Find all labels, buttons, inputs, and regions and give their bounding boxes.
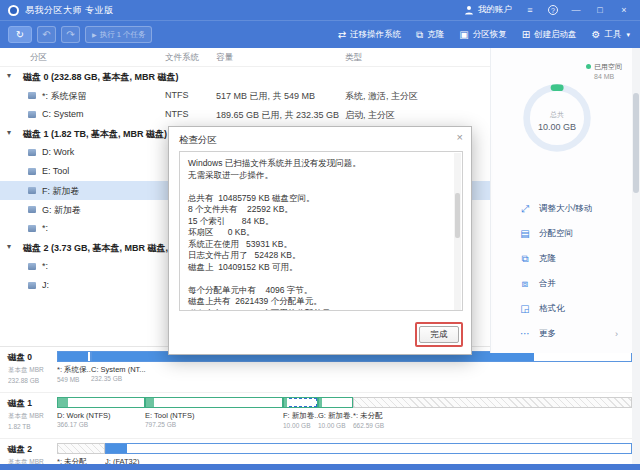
dialog-text-line xyxy=(188,181,448,193)
segment-bar xyxy=(283,397,318,408)
dialog-text-line: 总共有 10485759 KB 磁盘空间。 xyxy=(188,193,448,205)
dialog-text-line: 系统正在使用 53931 KB。 xyxy=(188,239,448,251)
segment-bar xyxy=(57,397,145,408)
segment-label: E: Tool (NTFS) xyxy=(145,411,283,420)
partition-segment[interactable]: *: 系统保...549 MB xyxy=(57,351,91,383)
merge-icon: ⧈ xyxy=(519,278,531,290)
disk-size: 1.82 TB xyxy=(8,423,56,430)
tree-disk-row[interactable]: ▾磁盘 0 (232.88 GB, 基本盘, MBR 磁盘) xyxy=(0,67,490,86)
dialog-text-line: Windows 已扫描文件系统并且没有发现问题。 xyxy=(188,158,448,170)
chevron-expand-icon[interactable]: ▾ xyxy=(7,353,11,362)
segment-used-fill xyxy=(284,398,287,407)
sidebar-action-克隆[interactable]: ⧉克隆 xyxy=(491,246,632,271)
partition-segment[interactable]: D: Work (NTFS)366.17 GB xyxy=(57,397,145,429)
toolbar-item-分区恢复[interactable]: ▣分区恢复 xyxy=(459,29,506,41)
close-button[interactable]: × xyxy=(618,5,630,15)
toolbar-item-label: 创建启动盘 xyxy=(534,29,577,41)
partition-segment[interactable]: F: 新加卷...10.00 GB xyxy=(283,397,318,429)
sidebar-action-格式化[interactable]: ◲格式化 xyxy=(491,296,632,321)
segment-size: 662.59 GB xyxy=(353,422,632,429)
segment-bar xyxy=(318,397,353,408)
dialog-scrollbar[interactable] xyxy=(454,153,461,311)
partition-icon xyxy=(28,263,36,270)
done-button[interactable]: 完成 xyxy=(419,326,459,343)
disk-info: ▾磁盘 0基本盘 MBR232.88 GB xyxy=(8,352,56,384)
chevron-expand-icon[interactable]: ▾ xyxy=(7,71,11,80)
check-result-box: Windows 已扫描文件系统并且没有发现问题。无需采取进一步操作。总共有 10… xyxy=(179,151,463,311)
dialog-text-line: 磁盘上 10409152 KB 可用。 xyxy=(188,262,448,274)
clone-icon: ⧉ xyxy=(519,253,531,265)
partition-segment[interactable]: C: System (NT...232.35 GB xyxy=(91,351,632,383)
dialog-title: 检查分区 xyxy=(179,134,217,147)
sidebar-action-合并[interactable]: ⧈合并 xyxy=(491,271,632,296)
row-label: F: 新加卷 xyxy=(42,185,80,198)
migrate-os-icon: ⇄ xyxy=(338,29,346,40)
undo-button[interactable]: ↶ xyxy=(37,26,56,43)
row-capacity: 189.65 GB 已用, 共 232.35 GB xyxy=(216,109,339,122)
chevron-expand-icon[interactable]: ▾ xyxy=(7,399,11,408)
segment-label: G: 新加卷... xyxy=(318,411,353,421)
row-label: *: xyxy=(42,223,48,233)
toolbar-item-迁移操作系统[interactable]: ⇄迁移操作系统 xyxy=(338,29,401,41)
vertical-scrollbar[interactable] xyxy=(632,48,640,464)
disk-info: ▾磁盘 1基本盘 MBR1.82 TB xyxy=(8,398,56,430)
dialog-text-line: 磁盘上有 2602288 个可用的分配单元。 xyxy=(188,308,448,312)
maximize-button[interactable]: □ xyxy=(594,5,606,15)
minimize-button[interactable]: — xyxy=(570,5,582,15)
partition-icon xyxy=(28,225,36,232)
usage-total: 总共 10.00 GB xyxy=(519,110,595,132)
partition-segment[interactable]: E: Tool (NTFS)797.25 GB xyxy=(145,397,283,429)
segment-size: 797.25 GB xyxy=(145,421,283,428)
refresh-button[interactable]: ↻ xyxy=(8,26,32,43)
row-label: J: xyxy=(42,280,49,290)
chevron-expand-icon[interactable]: ▾ xyxy=(7,445,11,454)
toolbar-item-创建启动盘[interactable]: ⊞创建启动盘 xyxy=(522,29,577,41)
chevron-expand-icon[interactable]: ▾ xyxy=(7,242,11,251)
resize-move-icon: ⤢ xyxy=(519,203,531,215)
dialog-scrollbar-thumb[interactable] xyxy=(455,193,460,238)
partition-segment[interactable]: G: 新加卷...10.00 GB xyxy=(318,397,353,429)
account-button[interactable]: 我的账户 xyxy=(464,4,512,16)
sidebar-action-调整大小/移动[interactable]: ⤢调整大小/移动 xyxy=(491,196,632,221)
toolbar-item-克隆[interactable]: ⧉克隆 xyxy=(416,29,444,41)
allocate-space-icon: ▤ xyxy=(519,228,531,239)
sidebar-action-label: 合并 xyxy=(539,278,556,290)
row-label: *: xyxy=(42,261,48,271)
segment-label: *: 系统保... xyxy=(57,365,91,375)
segment-used-fill xyxy=(146,398,154,407)
dialog-text-line: 无需采取进一步操作。 xyxy=(188,170,448,182)
check-partition-dialog: 检查分区 × Windows 已扫描文件系统并且没有发现问题。无需采取进一步操作… xyxy=(168,126,472,355)
help-button[interactable]: ? xyxy=(548,5,558,15)
segment-used-fill xyxy=(319,398,322,407)
app-logo-icon xyxy=(8,5,19,16)
execute-tasks-button[interactable]: ▶ 执行 1 个任务 xyxy=(85,26,152,43)
row-type: 系统, 激活, 主分区 xyxy=(345,90,418,103)
disk-bus-type: 基本盘 MBR xyxy=(8,366,56,375)
main-menu-button[interactable]: ≡ xyxy=(524,5,536,15)
partition-icon xyxy=(28,282,36,289)
dialog-close-icon[interactable]: × xyxy=(457,131,463,143)
chevron-expand-icon[interactable]: ▾ xyxy=(7,128,11,137)
scrollbar-thumb[interactable] xyxy=(633,93,639,193)
disk-bus-type: 基本盘 MBR xyxy=(8,412,56,421)
row-capacity: 517 MB 已用, 共 549 MB xyxy=(216,90,315,103)
clone-icon: ⧉ xyxy=(416,29,423,41)
toolbar-item-工具[interactable]: ⚙工具▾ xyxy=(592,29,630,41)
sidebar-action-更多[interactable]: ⋯更多› xyxy=(491,321,632,346)
disk-bars: D: Work (NTFS)366.17 GBE: Tool (NTFS)797… xyxy=(57,397,632,429)
toolbar-item-label: 迁移操作系统 xyxy=(350,29,401,41)
disk-map-row: ▾磁盘 1基本盘 MBR1.82 TBD: Work (NTFS)366.17 … xyxy=(0,393,632,439)
segment-size: 10.00 GB xyxy=(318,422,353,429)
window-footer-bar xyxy=(0,464,640,470)
used-space-label: 已用空间 84 MB xyxy=(586,62,622,80)
sidebar-action-分配空间[interactable]: ▤分配空间 xyxy=(491,221,632,246)
partition-recovery-icon: ▣ xyxy=(459,29,468,40)
tree-partition-row[interactable]: C: SystemNTFS189.65 GB 已用, 共 232.35 GB启动… xyxy=(0,105,490,124)
partition-icon xyxy=(28,92,36,99)
dialog-text-line: 15 个索引 84 KB。 xyxy=(188,216,448,228)
bootable-media-icon: ⊞ xyxy=(522,29,530,40)
redo-button[interactable]: ↷ xyxy=(61,26,80,43)
tree-partition-row[interactable]: *: 系统保留NTFS517 MB 已用, 共 549 MB系统, 激活, 主分… xyxy=(0,86,490,105)
partition-segment[interactable]: *: 未分配662.59 GB xyxy=(353,397,632,429)
segment-size: 10.00 GB xyxy=(283,422,318,429)
